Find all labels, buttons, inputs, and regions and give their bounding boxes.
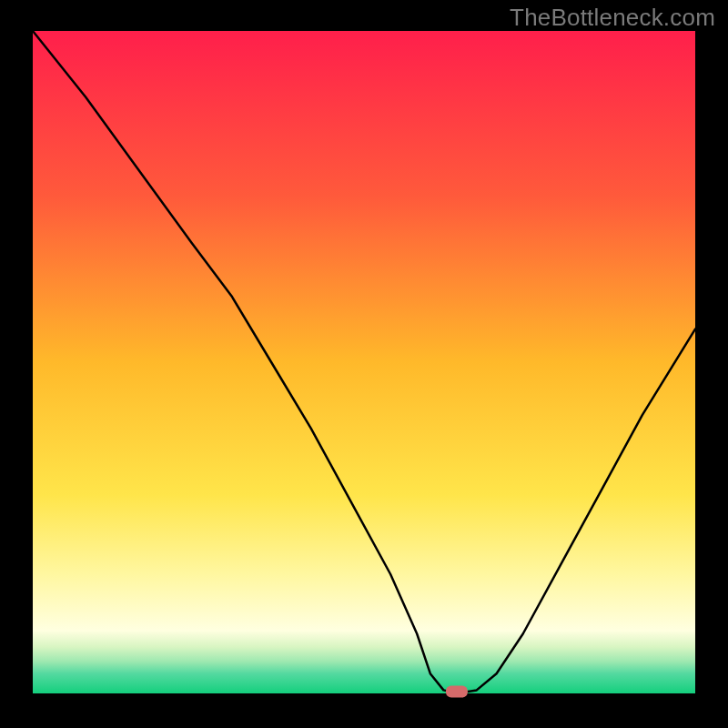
bottleneck-chart [0, 0, 728, 728]
plot-area [33, 31, 695, 693]
watermark-text: TheBottleneck.com [510, 4, 715, 32]
optimal-marker [446, 686, 468, 698]
